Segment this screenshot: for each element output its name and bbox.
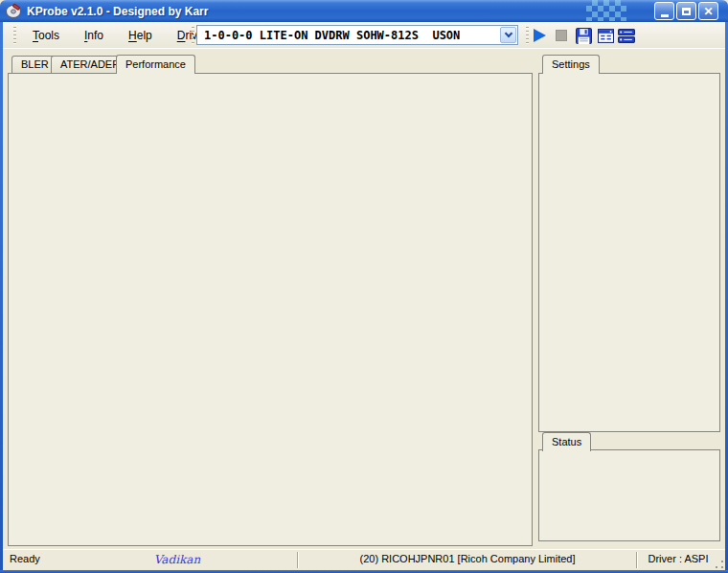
toolbar-gripper	[526, 27, 529, 44]
play-icon	[534, 29, 546, 42]
tab-status[interactable]: Status	[542, 432, 591, 451]
resize-grip[interactable]	[715, 560, 724, 569]
status-driver: Driver : ASPI	[640, 553, 717, 564]
chevron-down-icon	[504, 30, 512, 37]
app-window: KProbe v2.1.0 - Designed by Karr ✕ Tools…	[0, 0, 728, 573]
window-title: KProbe v2.1.0 - Designed by Karr	[27, 5, 208, 18]
maximize-button[interactable]	[676, 2, 696, 20]
close-icon: ✕	[703, 6, 713, 17]
tab-settings[interactable]: Settings	[542, 55, 600, 74]
status-media: (20) RICOHJPNR01 [Ricoh Company Limited]	[299, 553, 636, 564]
maximize-icon	[682, 8, 691, 15]
report-button[interactable]	[596, 27, 615, 44]
status-ready: Ready	[10, 553, 40, 564]
window-titlebar: KProbe v2.1.0 - Designed by Karr ✕	[0, 0, 728, 22]
statusbar-separator	[636, 552, 638, 568]
performance-tab-page	[8, 73, 533, 546]
toolbar-gripper	[13, 27, 16, 44]
tab-performance[interactable]: Performance	[116, 55, 195, 74]
status-watermark: Vadikan	[134, 553, 220, 566]
layout-button[interactable]	[617, 27, 636, 44]
start-test-button[interactable]	[530, 27, 549, 44]
window-border-left	[0, 22, 3, 570]
toolbar-gripper	[192, 27, 194, 44]
minimize-button[interactable]	[654, 2, 674, 20]
stop-icon	[556, 30, 567, 41]
save-icon	[576, 28, 592, 44]
menu-item-tools[interactable]: Tools	[20, 29, 72, 42]
close-button[interactable]: ✕	[698, 2, 718, 20]
drive-select-value: 1-0-0-0 LITE-ON DVDRW SOHW-812S USON	[197, 29, 500, 42]
stop-test-button[interactable]	[552, 27, 571, 44]
settings-tab-page	[538, 73, 720, 432]
drive-select-dropdown-button[interactable]	[500, 27, 516, 43]
menu-item-info[interactable]: Info	[72, 29, 116, 42]
menu-item-help[interactable]: Help	[116, 29, 165, 42]
cd-icon	[6, 3, 22, 19]
status-tab-page	[538, 449, 720, 541]
checker-artifact	[586, 0, 626, 21]
save-button[interactable]	[574, 27, 593, 44]
drive-select[interactable]: 1-0-0-0 LITE-ON DVDRW SOHW-812S USON	[196, 25, 518, 45]
minimize-icon	[661, 14, 669, 17]
layout-icon	[618, 28, 635, 44]
report-icon	[598, 28, 614, 44]
